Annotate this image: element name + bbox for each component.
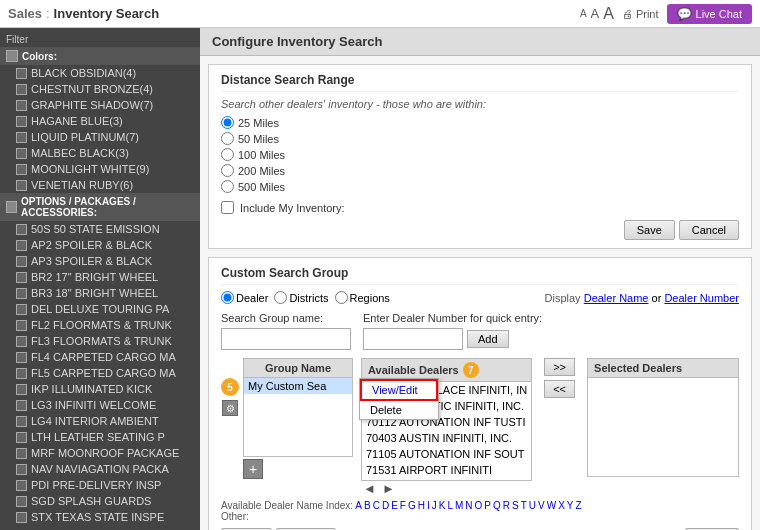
sidebar-option-item[interactable]: SGD SPLASH GUARDS — [0, 493, 200, 509]
sidebar-color-checkbox[interactable] — [16, 180, 27, 191]
index-letter-link[interactable]: U — [529, 500, 536, 511]
index-letter-link[interactable]: Z — [576, 500, 582, 511]
sidebar-color-checkbox[interactable] — [16, 148, 27, 159]
sidebar-option-checkbox[interactable] — [16, 496, 27, 507]
scroll-left-arrow[interactable]: ◄ — [361, 481, 378, 496]
sidebar-option-item[interactable]: DEL DELUXE TOURING PA — [0, 301, 200, 317]
index-letter-link[interactable]: N — [465, 500, 472, 511]
index-letter-link[interactable]: O — [475, 500, 483, 511]
index-letter-link[interactable]: X — [558, 500, 565, 511]
sidebar-option-checkbox[interactable] — [16, 400, 27, 411]
sidebar-option-item[interactable]: BR2 17" BRIGHT WHEEL — [0, 269, 200, 285]
sidebar-option-checkbox[interactable] — [16, 384, 27, 395]
sidebar-color-checkbox[interactable] — [16, 68, 27, 79]
sidebar-option-checkbox[interactable] — [16, 480, 27, 491]
sidebar-option-item[interactable]: IKP ILLUMINATED KICK — [0, 381, 200, 397]
transfer-left-button[interactable]: << — [544, 380, 575, 398]
sidebar-color-item[interactable]: MALBEC BLACK(3) — [0, 145, 200, 161]
sidebar-option-checkbox[interactable] — [16, 240, 27, 251]
sidebar-option-item[interactable]: 50S 50 STATE EMISSION — [0, 221, 200, 237]
index-letter-link[interactable]: Q — [493, 500, 501, 511]
dealer-item[interactable]: 70403 AUSTIN INFINITI, INC. — [362, 430, 531, 446]
sidebar-option-item[interactable]: FL4 CARPETED CARGO MA — [0, 349, 200, 365]
index-letter-link[interactable]: M — [455, 500, 463, 511]
distance-save-button[interactable]: Save — [624, 220, 675, 240]
sidebar-option-item[interactable]: STX TEXAS STATE INSPE — [0, 509, 200, 525]
distance-radio-4[interactable] — [221, 180, 234, 193]
sidebar-option-checkbox[interactable] — [16, 256, 27, 267]
sidebar-color-checkbox[interactable] — [16, 100, 27, 111]
sidebar-option-checkbox[interactable] — [16, 448, 27, 459]
sidebar-option-checkbox[interactable] — [16, 272, 27, 283]
sidebar-option-item[interactable]: MRF MOONROOF PACKAGE — [0, 445, 200, 461]
add-group-button[interactable]: + — [243, 459, 263, 479]
scroll-right-arrow[interactable]: ► — [380, 481, 397, 496]
distance-radio-0[interactable] — [221, 116, 234, 129]
sidebar-option-checkbox[interactable] — [16, 224, 27, 235]
dealer-item[interactable]: 71531 AIRPORT INFINITI — [362, 462, 531, 478]
index-letter-link[interactable]: C — [373, 500, 380, 511]
index-letter-link[interactable]: B — [364, 500, 371, 511]
distance-radio-2[interactable] — [221, 148, 234, 161]
sidebar-color-checkbox[interactable] — [16, 116, 27, 127]
sidebar-color-checkbox[interactable] — [16, 164, 27, 175]
index-letter-link[interactable]: E — [391, 500, 398, 511]
sidebar-option-checkbox[interactable] — [16, 432, 27, 443]
index-letter-link[interactable]: S — [512, 500, 519, 511]
sidebar-option-checkbox[interactable] — [16, 368, 27, 379]
font-large-btn[interactable]: A — [603, 5, 614, 23]
options-section-checkbox[interactable] — [6, 201, 17, 213]
selected-dealers-list[interactable] — [587, 377, 739, 477]
sidebar-option-checkbox[interactable] — [16, 336, 27, 347]
index-letter-link[interactable]: K — [439, 500, 446, 511]
index-letter-link[interactable]: L — [447, 500, 453, 511]
sidebar-option-item[interactable]: BR3 18" BRIGHT WHEEL — [0, 285, 200, 301]
index-letter-link[interactable]: R — [503, 500, 510, 511]
view-edit-menu-item[interactable]: View/Edit — [360, 379, 438, 401]
sidebar-option-checkbox[interactable] — [16, 352, 27, 363]
gear-button[interactable]: ⚙ — [222, 400, 238, 416]
sidebar-option-item[interactable]: AP2 SPOILER & BLACK — [0, 237, 200, 253]
index-letter-link[interactable]: F — [400, 500, 406, 511]
sidebar-option-checkbox[interactable] — [16, 416, 27, 427]
sidebar-color-item[interactable]: MOONLIGHT WHITE(9) — [0, 161, 200, 177]
font-med-btn[interactable]: A — [591, 6, 600, 21]
sidebar-color-item[interactable]: BLACK OBSIDIAN(4) — [0, 65, 200, 81]
quick-entry-input[interactable] — [363, 328, 463, 350]
dealer-number-link[interactable]: Dealer Number — [664, 292, 739, 304]
index-letter-link[interactable]: I — [427, 500, 430, 511]
index-letter-link[interactable]: Y — [567, 500, 574, 511]
index-letter-link[interactable]: J — [432, 500, 437, 511]
sidebar-option-checkbox[interactable] — [16, 512, 27, 523]
font-small-btn[interactable]: A — [580, 8, 587, 19]
sidebar-color-item[interactable]: LIQUID PLATINUM(7) — [0, 129, 200, 145]
sidebar-color-checkbox[interactable] — [16, 132, 27, 143]
sidebar-color-item[interactable]: HAGANE BLUE(3) — [0, 113, 200, 129]
sidebar-option-checkbox[interactable] — [16, 288, 27, 299]
dealer-item[interactable]: 71105 AUTONATION INF SOUT — [362, 446, 531, 462]
sidebar-color-item[interactable]: CHESTNUT BRONZE(4) — [0, 81, 200, 97]
sidebar-option-item[interactable]: FL3 FLOORMATS & TRUNK — [0, 333, 200, 349]
distance-cancel-button[interactable]: Cancel — [679, 220, 739, 240]
group-name-item[interactable]: My Custom Sea — [244, 378, 352, 394]
print-button[interactable]: 🖨 Print — [622, 8, 659, 20]
index-letter-link[interactable]: D — [382, 500, 389, 511]
search-group-input[interactable] — [221, 328, 351, 350]
sidebar-option-item[interactable]: FL2 FLOORMATS & TRUNK — [0, 317, 200, 333]
index-letter-link[interactable]: V — [538, 500, 545, 511]
live-chat-button[interactable]: 💬 Live Chat — [667, 4, 752, 24]
sidebar-option-item[interactable]: PDI PRE-DELIVERY INSP — [0, 477, 200, 493]
index-letter-link[interactable]: P — [484, 500, 491, 511]
sidebar-option-item[interactable]: LG3 INFINITI WELCOME — [0, 397, 200, 413]
colors-section-checkbox[interactable] — [6, 50, 18, 62]
sidebar-option-item[interactable]: LTH LEATHER SEATING P — [0, 429, 200, 445]
sidebar-option-item[interactable]: FL5 CARPETED CARGO MA — [0, 365, 200, 381]
index-letter-link[interactable]: W — [547, 500, 556, 511]
index-letter-link[interactable]: H — [418, 500, 425, 511]
sidebar-option-checkbox[interactable] — [16, 464, 27, 475]
index-letter-link[interactable]: T — [521, 500, 527, 511]
sidebar-option-checkbox[interactable] — [16, 304, 27, 315]
sidebar-option-checkbox[interactable] — [16, 320, 27, 331]
distance-radio-1[interactable] — [221, 132, 234, 145]
include-inventory-checkbox[interactable] — [221, 201, 234, 214]
